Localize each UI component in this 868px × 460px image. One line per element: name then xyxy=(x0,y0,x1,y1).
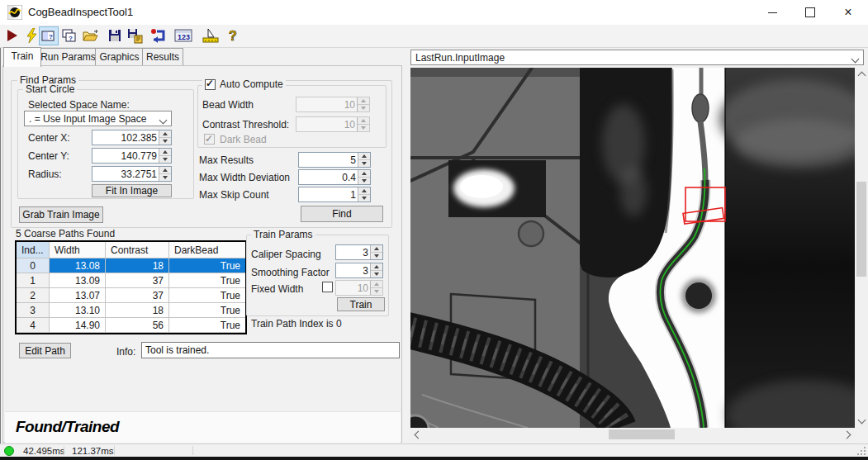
chevron-down-icon xyxy=(159,116,168,125)
resize-grip[interactable] xyxy=(858,448,866,455)
table-row[interactable]: 3 13.10 18 True xyxy=(17,303,245,318)
radius-value: 33.2751 xyxy=(121,167,157,181)
lightning-icon xyxy=(24,28,39,43)
caliper-spacing-spin-buttons[interactable] xyxy=(370,245,382,259)
tab-results[interactable]: Results xyxy=(142,48,183,65)
table-row[interactable]: 4 14.90 56 True xyxy=(17,318,245,333)
chevron-left-icon xyxy=(415,430,423,439)
bead-width-spinner: 10 xyxy=(296,97,370,112)
right-roller-region xyxy=(719,68,855,428)
run-button[interactable] xyxy=(2,26,21,45)
save-button[interactable] xyxy=(106,26,124,45)
show-image-page-toggle-button[interactable]: ? xyxy=(39,26,59,45)
contrast-threshold-label: Contrast Threshold: xyxy=(202,119,289,130)
tab-graphics[interactable]: Graphics xyxy=(95,48,144,65)
center-x-label: Center X: xyxy=(28,132,70,144)
chevron-right-icon xyxy=(843,430,851,439)
smoothing-factor-label: Smoothing Factor xyxy=(251,267,330,278)
show-controls-toggle-button[interactable]: ? xyxy=(59,26,78,45)
horizontal-scrollbar[interactable] xyxy=(410,428,855,441)
fit-in-image-button[interactable]: Fit In Image xyxy=(92,184,172,197)
scroll-down-button[interactable] xyxy=(855,415,868,428)
pointer-ruler-icon xyxy=(202,28,220,44)
run-electric-button[interactable] xyxy=(22,26,40,45)
bead-width-label: Bead Width xyxy=(202,99,254,111)
tab-run-params[interactable]: Run Params xyxy=(40,48,97,65)
center-x-spin-buttons[interactable] xyxy=(159,130,171,145)
part-hole xyxy=(519,221,543,246)
inspection-image[interactable] xyxy=(410,68,855,428)
contrast-threshold-spin-buttons xyxy=(357,117,369,131)
center-y-spin-buttons[interactable] xyxy=(159,149,171,163)
scroll-right-button[interactable] xyxy=(842,428,855,441)
floppy-small-icon xyxy=(127,28,144,44)
vertical-scroll-thumb[interactable] xyxy=(856,182,866,277)
max-results-spinner[interactable]: 5 xyxy=(298,152,371,168)
find-button[interactable]: Find xyxy=(301,206,383,222)
status-separator xyxy=(192,446,193,455)
table-row[interactable]: 2 13.07 37 True xyxy=(17,288,245,303)
auto-compute-checkbox[interactable] xyxy=(205,79,216,90)
table-row[interactable]: 1 13.09 37 True xyxy=(17,273,245,288)
horizontal-scroll-thumb[interactable] xyxy=(609,429,675,439)
max-results-spin-buttons[interactable] xyxy=(358,153,370,167)
cell-contrast: 37 xyxy=(106,288,169,303)
status-separator xyxy=(64,446,64,455)
cell-index: 1 xyxy=(17,273,50,288)
col-header-index[interactable]: Ind... xyxy=(17,242,50,258)
max-width-deviation-spinner[interactable]: 0.4 xyxy=(298,169,371,185)
open-file-button[interactable] xyxy=(82,26,100,45)
record-selector-combobox[interactable]: LastRun.InputImage xyxy=(410,50,864,65)
radius-spinner[interactable]: 33.2751 xyxy=(92,166,172,182)
center-y-spinner[interactable]: 140.779 xyxy=(92,148,172,164)
max-skip-count-spinner[interactable]: 1 xyxy=(298,187,371,202)
info-textbox[interactable] xyxy=(141,342,400,358)
radius-spin-buttons[interactable] xyxy=(159,167,171,181)
grab-train-image-button[interactable]: Grab Train Image xyxy=(19,206,103,223)
numeric-results-button[interactable]: 123 xyxy=(174,26,192,45)
floppy-icon xyxy=(107,28,122,43)
save-subset-button[interactable] xyxy=(126,26,145,45)
scroll-left-button[interactable] xyxy=(410,428,424,441)
bead-circle-feature xyxy=(681,278,716,313)
center-x-spinner[interactable]: 102.385 xyxy=(92,130,172,145)
max-results-label: Max Results xyxy=(199,154,254,166)
minimize-button[interactable] xyxy=(758,0,786,25)
scroll-up-button[interactable] xyxy=(855,68,868,81)
caliper-spacing-spinner[interactable]: 3 xyxy=(335,244,383,260)
vertical-scrollbar[interactable] xyxy=(855,68,868,428)
close-button[interactable]: × xyxy=(834,0,862,25)
svg-text:?: ? xyxy=(229,29,237,43)
max-width-deviation-spin-buttons[interactable] xyxy=(358,170,370,184)
controls-window-icon: ? xyxy=(61,28,76,43)
tab-train[interactable]: Train xyxy=(3,47,41,67)
edit-path-button[interactable]: Edit Path xyxy=(19,343,71,358)
max-skip-count-spin-buttons[interactable] xyxy=(358,187,370,202)
center-x-value: 102.385 xyxy=(121,130,157,145)
fixed-width-checkbox[interactable] xyxy=(322,282,333,292)
train-button[interactable]: Train xyxy=(337,297,385,311)
cell-width: 13.07 xyxy=(50,288,106,303)
smoothing-factor-spinner[interactable]: 3 xyxy=(335,263,383,278)
col-header-darkbead[interactable]: DarkBead xyxy=(169,242,245,258)
profile-tool-button[interactable] xyxy=(202,26,220,45)
cell-width: 14.90 xyxy=(50,318,106,333)
contrast-threshold-spinner: 10 xyxy=(296,116,370,132)
app-icon xyxy=(7,5,22,20)
cell-darkbead: True xyxy=(169,318,245,333)
maximize-button[interactable] xyxy=(796,0,824,25)
table-row[interactable]: 0 13.08 18 True xyxy=(17,258,245,273)
max-skip-count-label: Max Skip Count xyxy=(199,189,269,201)
help-button[interactable]: ? xyxy=(225,26,243,45)
smoothing-factor-spin-buttons[interactable] xyxy=(370,263,382,277)
status-bar: 42.495ms 121.37ms xyxy=(0,443,868,457)
svg-text:?: ? xyxy=(49,33,53,40)
chevron-up-icon xyxy=(857,72,866,80)
train-tab-page: Find Params Start Circle Selected Space … xyxy=(2,65,402,443)
tool-edit-window: CogBeadInspectTool1 × ? ? xyxy=(0,0,868,460)
col-header-contrast[interactable]: Contrast xyxy=(106,242,169,258)
fixed-width-spinner: 10 xyxy=(335,280,383,296)
col-header-width[interactable]: Width xyxy=(50,242,106,258)
space-name-combobox[interactable]: . = Use Input Image Space xyxy=(24,111,172,126)
reset-button[interactable] xyxy=(149,26,168,45)
